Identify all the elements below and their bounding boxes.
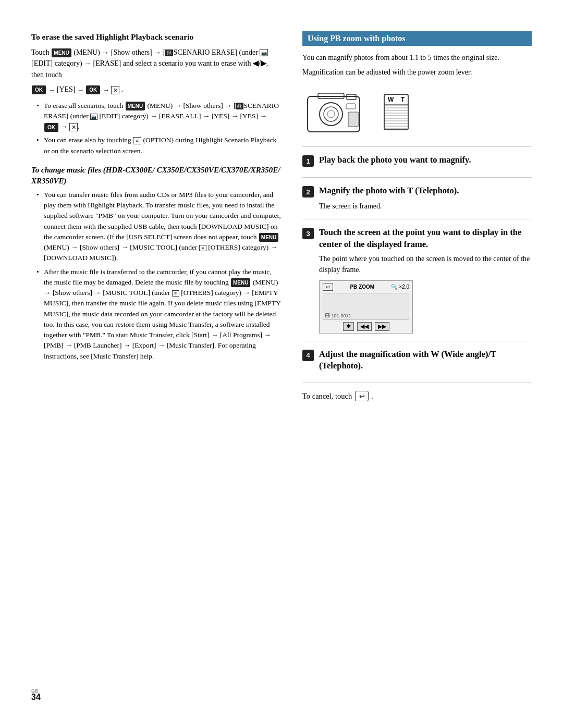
music-bullets: You can transfer music files from audio … — [31, 190, 282, 362]
ok-flow-line: OK → [YES] → OK → ✕ . — [31, 84, 282, 95]
step-1-header: 1 Play back the photo you want to magnif… — [302, 154, 532, 167]
bullet-item-1: To erase all scenarios, touch MENU (MENU… — [36, 101, 282, 132]
music-bullet-1: You can transfer music files from audio … — [36, 190, 282, 264]
menu-badge-2: MENU — [126, 102, 145, 110]
music-section: To change music files (HDR-CX300E/ CX350… — [31, 165, 282, 362]
wt-control: W T — [384, 94, 409, 130]
t-label: T — [401, 96, 405, 103]
svg-point-3 — [327, 110, 335, 118]
left-column: To erase the saved Highlight Playback sc… — [31, 31, 282, 697]
step-3-text: Touch the screen at the point you want t… — [319, 227, 532, 250]
cancel-back-icon: ↩ — [355, 391, 369, 401]
cancel-text: To cancel, touch — [302, 392, 352, 401]
step-1-block: 1 Play back the photo you want to magnif… — [302, 146, 532, 177]
menu-badge-4: MENU — [231, 278, 250, 287]
w-label: W — [388, 96, 394, 103]
step-3-block: 3 Touch the screen at the point you want… — [302, 219, 532, 341]
screen-image-area: 🎞 101-0011 — [323, 293, 409, 320]
page-container: To erase the saved Highlight Playback sc… — [0, 0, 563, 728]
step-1-text: Play back the photo you want to magnify. — [319, 154, 471, 166]
screen-controls: ✱ ◀◀ ▶▶ — [323, 322, 409, 331]
page-number: 34 — [31, 693, 41, 702]
erase-bullets: To erase all scenarios, touch MENU (MENU… — [31, 101, 282, 156]
x-icon-2: ✕ — [69, 123, 78, 131]
erase-intro-para: Touch MENU (MENU) → [Show others] → [録SC… — [31, 47, 282, 81]
step-3-header: 3 Touch the screen at the point you want… — [302, 227, 532, 250]
step-2-block: 2 Magnify the photo with T (Telephoto). … — [302, 177, 532, 219]
back-btn: ↩ — [323, 283, 333, 291]
right-column: Using PB zoom with photos You can magnif… — [302, 31, 532, 697]
menu-badge-3: MENU — [259, 233, 278, 242]
camera-illustration: W T — [302, 86, 532, 138]
step-2-header: 2 Magnify the photo with T (Telephoto). — [302, 185, 532, 198]
ok-badge-3: OK — [44, 123, 58, 132]
step-3-num: 3 — [302, 228, 314, 239]
screen-illustration: ↩ PB ZOOM 🔍 ×2.0 🎞 101-0011 ✱ ◀◀ ▶▶ — [319, 280, 413, 334]
file-label: 🎞 101-0011 — [325, 313, 351, 318]
pb-zoom-magnification: Magnification can be adjusted with the p… — [302, 67, 532, 78]
music-section-title: To change music files (HDR-CX300E/ CX350… — [31, 165, 282, 187]
star-btn: ✱ — [343, 322, 354, 331]
svg-point-1 — [320, 103, 342, 126]
erase-section-title: To erase the saved Highlight Playback sc… — [31, 31, 282, 43]
step-1-num: 1 — [302, 155, 314, 167]
x-icon-1: ✕ — [111, 86, 119, 94]
next-btn: ▶▶ — [375, 322, 389, 331]
prev-btn: ◀◀ — [357, 322, 372, 331]
step-4-text: Adjust the magnification with W (Wide an… — [319, 349, 532, 372]
screen-header: ↩ PB ZOOM 🔍 ×2.0 — [323, 283, 409, 291]
step-2-num: 2 — [302, 186, 314, 198]
step-2-text: Magnify the photo with T (Telephoto). — [319, 185, 459, 196]
menu-badge-1: MENU — [52, 48, 71, 58]
edit-icon-1: 📷 — [260, 49, 268, 56]
svg-rect-7 — [348, 112, 359, 127]
touch-label: Touch — [31, 48, 50, 56]
erase-section: To erase the saved Highlight Playback sc… — [31, 31, 282, 156]
ok-badge-1: OK — [32, 85, 46, 95]
steps-container: 1 Play back the photo you want to magnif… — [302, 146, 532, 382]
wt-lever — [385, 104, 408, 129]
svg-rect-6 — [346, 104, 356, 109]
step-4-block: 4 Adjust the magnification with W (Wide … — [302, 341, 532, 383]
wt-labels: W T — [385, 95, 408, 104]
ok-badge-2: OK — [86, 85, 100, 95]
using-pb-zoom-title: Using PB zoom with photos — [302, 31, 532, 46]
step-2-detail: The screen is framed. — [302, 201, 532, 212]
step-3-detail: The point where you touched on the scree… — [302, 253, 532, 275]
cancel-row: To cancel, touch ↩ . — [302, 391, 532, 401]
svg-point-2 — [324, 107, 338, 121]
bullet-item-2: You can erase also by touching ≡ (OPTION… — [36, 135, 282, 156]
music-bullet-2: After the music file is transferred to t… — [36, 267, 282, 362]
pb-zoom-intro: You can magnify photos from about 1.1 to… — [302, 52, 532, 64]
step-4-header: 4 Adjust the magnification with W (Wide … — [302, 349, 532, 372]
pb-zoom-screen-label: PB ZOOM — [350, 284, 374, 290]
camera-svg — [302, 86, 375, 138]
zoom-value: 🔍 ×2.0 — [391, 284, 409, 290]
step-4-num: 4 — [302, 350, 314, 361]
